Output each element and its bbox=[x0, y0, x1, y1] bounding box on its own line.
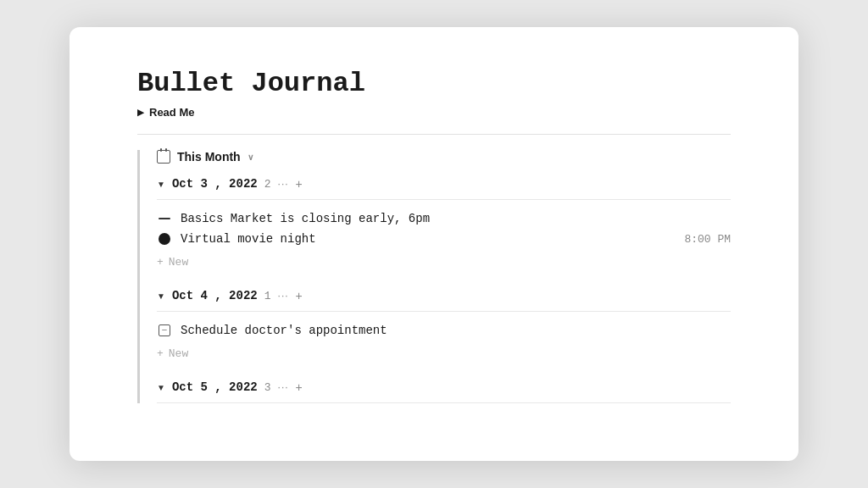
journal-content: This Month ∨ ▼ Oct 3 , 2022 2 ··· + Basi… bbox=[137, 150, 731, 403]
day-section-oct4: ▼ Oct 4 , 2022 1 ··· + — Schedule doctor… bbox=[157, 289, 731, 363]
entry-time-oct3-2: 8:00 PM bbox=[684, 233, 731, 246]
more-options-icon-oct5[interactable]: ··· bbox=[278, 381, 289, 393]
dash-icon bbox=[157, 218, 172, 219]
more-options-icon[interactable]: ··· bbox=[278, 178, 289, 190]
day-header-oct3: ▼ Oct 3 , 2022 2 ··· + bbox=[157, 177, 731, 200]
entry-oct3-2: Virtual movie night 8:00 PM bbox=[157, 229, 731, 249]
day-actions-oct4: ··· + bbox=[278, 289, 303, 302]
more-options-icon-oct4[interactable]: ··· bbox=[278, 290, 289, 302]
add-entry-button-oct4[interactable]: + bbox=[296, 289, 303, 302]
day-actions-oct5: ··· + bbox=[278, 380, 303, 394]
checkbox-icon: — bbox=[157, 324, 172, 336]
entry-text-oct4-1: Schedule doctor's appointment bbox=[181, 324, 731, 337]
day-header-oct5: ▼ Oct 5 , 2022 3 ··· + bbox=[157, 380, 731, 403]
page-title: Bullet Journal bbox=[137, 68, 731, 99]
app-window: Bullet Journal ▶ Read Me This Month ∨ ▼ … bbox=[70, 27, 798, 461]
day-count-oct4: 1 bbox=[264, 290, 271, 302]
day-section-oct3: ▼ Oct 3 , 2022 2 ··· + Basics Market is … bbox=[157, 177, 731, 272]
new-label-oct4: New bbox=[169, 347, 188, 360]
new-plus-icon-oct4: + bbox=[157, 347, 164, 360]
new-entry-button-oct4[interactable]: + New bbox=[157, 344, 731, 363]
day-actions-oct3: ··· + bbox=[278, 177, 303, 191]
read-me-label: Read Me bbox=[149, 106, 194, 119]
day-date-oct3: Oct 3 , 2022 bbox=[172, 177, 258, 191]
calendar-icon bbox=[157, 150, 170, 164]
triangle-icon-oct5[interactable]: ▼ bbox=[157, 383, 165, 392]
new-plus-icon: + bbox=[157, 256, 164, 269]
add-entry-button[interactable]: + bbox=[296, 177, 303, 191]
entry-text-oct3-1: Basics Market is closing early, 6pm bbox=[181, 212, 731, 225]
chevron-down-icon[interactable]: ∨ bbox=[248, 152, 253, 162]
day-date-oct5: Oct 5 , 2022 bbox=[172, 380, 258, 394]
section-header: This Month ∨ bbox=[157, 150, 731, 164]
entry-oct4-1: — Schedule doctor's appointment bbox=[157, 320, 731, 341]
add-entry-button-oct5[interactable]: + bbox=[296, 380, 303, 394]
read-me-toggle[interactable]: ▶ Read Me bbox=[137, 106, 731, 119]
triangle-icon[interactable]: ▼ bbox=[157, 180, 165, 189]
day-header-oct4: ▼ Oct 4 , 2022 1 ··· + bbox=[157, 289, 731, 312]
day-count-oct5: 3 bbox=[264, 381, 271, 394]
read-me-arrow: ▶ bbox=[137, 108, 144, 117]
day-count-oct3: 2 bbox=[264, 178, 271, 191]
filled-dot-icon bbox=[157, 233, 172, 245]
new-entry-button-oct3[interactable]: + New bbox=[157, 252, 731, 272]
section-label: This Month bbox=[177, 150, 241, 164]
entry-oct3-1: Basics Market is closing early, 6pm bbox=[157, 208, 731, 229]
new-label-oct3: New bbox=[169, 256, 188, 269]
triangle-icon-oct4[interactable]: ▼ bbox=[157, 291, 165, 301]
entry-text-oct3-2: Virtual movie night bbox=[181, 232, 676, 246]
section-divider bbox=[137, 134, 731, 135]
day-section-oct5: ▼ Oct 5 , 2022 3 ··· + bbox=[157, 380, 731, 403]
day-date-oct4: Oct 4 , 2022 bbox=[172, 289, 258, 302]
